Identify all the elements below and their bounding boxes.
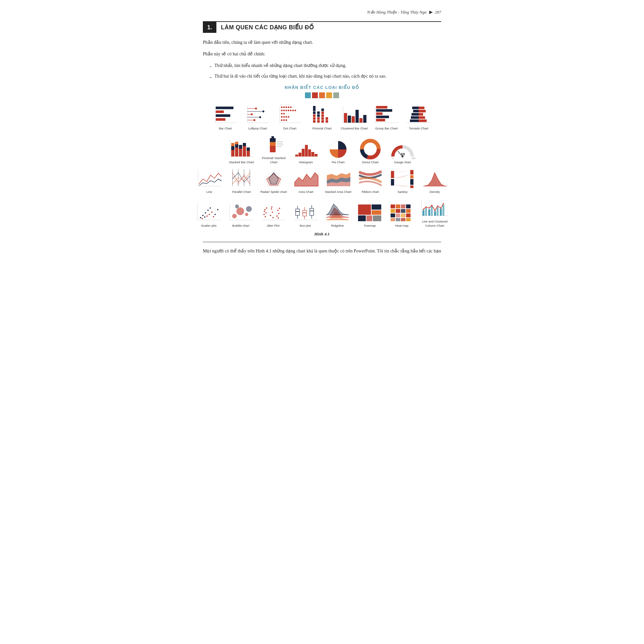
svg-rect-221 <box>391 218 395 221</box>
chart-visual-parallel <box>227 167 256 189</box>
svg-rect-75 <box>412 107 419 109</box>
svg-rect-144 <box>391 171 394 178</box>
svg-rect-112 <box>305 145 308 156</box>
svg-rect-228 <box>425 208 427 216</box>
chart-label-sankey: Sankey <box>397 190 408 194</box>
svg-rect-49 <box>317 114 320 117</box>
svg-rect-224 <box>406 218 411 221</box>
svg-rect-192 <box>296 209 299 215</box>
svg-point-175 <box>265 212 267 213</box>
svg-rect-41 <box>313 120 316 123</box>
svg-point-30 <box>283 109 285 111</box>
svg-rect-77 <box>413 110 419 112</box>
svg-rect-223 <box>401 218 405 221</box>
svg-rect-101 <box>270 142 276 146</box>
chart-visual-donut <box>356 137 384 159</box>
svg-rect-2 <box>216 114 230 117</box>
section-title: LÀM QUEN CÁC DẠNG BIỂU ĐỒ <box>216 22 318 33</box>
svg-rect-3 <box>216 110 224 113</box>
svg-rect-103 <box>271 136 274 139</box>
chart-item-line: Line <box>194 167 225 194</box>
chart-visual-lollipop <box>243 103 272 125</box>
chart-item-pictorial-stacked: Pictorial/ Stacked Chart <box>258 133 289 164</box>
svg-rect-105 <box>277 143 283 144</box>
chart-label-donut: Donut Chart <box>362 160 378 164</box>
chart-item-ridgeline: Ridgeline <box>322 201 353 228</box>
svg-point-164 <box>209 214 210 215</box>
svg-rect-110 <box>298 153 301 156</box>
svg-point-26 <box>288 116 289 118</box>
svg-rect-97 <box>247 151 250 156</box>
svg-point-162 <box>217 209 218 210</box>
svg-rect-206 <box>358 215 366 221</box>
svg-rect-220 <box>406 213 411 217</box>
svg-rect-50 <box>317 111 320 114</box>
bullet-item-1: – Thứ nhất, tìm hiểu nhanh về những dạng… <box>209 62 441 71</box>
svg-rect-148 <box>410 179 413 185</box>
svg-point-156 <box>207 210 209 211</box>
charts-row-3: Line Parallel Chart <box>200 167 444 194</box>
svg-rect-222 <box>396 218 400 221</box>
svg-rect-98 <box>247 147 250 151</box>
svg-point-32 <box>288 109 289 111</box>
svg-text:100: 100 <box>412 157 415 159</box>
chart-item-bubble: Bubble chart <box>225 201 256 228</box>
chart-item-tornado: Tornado Chart <box>403 103 434 130</box>
svg-point-163 <box>213 216 214 217</box>
svg-point-120 <box>366 145 375 154</box>
chart-item-group-bar: Group Bar Chart <box>371 103 402 130</box>
charts-row-4: Scatter plot Bubble chart <box>200 196 444 228</box>
chart-label-bubble: Bubble chart <box>232 224 249 228</box>
svg-rect-48 <box>317 117 320 120</box>
svg-rect-196 <box>303 210 307 216</box>
swatch-yellow <box>326 92 332 98</box>
svg-point-242 <box>443 203 444 204</box>
svg-point-165 <box>204 216 205 218</box>
header-page: 287 <box>435 10 441 15</box>
chart-label-pictorial-stacked: Pictorial/ Stacked Chart <box>258 156 289 164</box>
chart-section-title: NHẬN BIẾT CÁC LOẠI BIỂU ĐỒ <box>200 85 444 90</box>
figure-caption: Hình 4.1 <box>196 232 448 237</box>
charts-row-1: Bar Chart <box>200 103 444 130</box>
chart-visual-line <box>195 167 223 189</box>
svg-rect-106 <box>277 145 283 145</box>
svg-point-185 <box>277 210 279 211</box>
svg-rect-100 <box>270 146 276 150</box>
chart-visual-bar <box>211 103 240 125</box>
svg-rect-61 <box>348 116 351 123</box>
chart-label-tornado: Tornado Chart <box>409 127 428 130</box>
chart-item-bar: Bar Chart <box>210 103 241 130</box>
chart-item-lollipop: Lollipop Chart <box>242 103 273 130</box>
svg-rect-107 <box>277 146 282 147</box>
svg-point-9 <box>253 119 255 121</box>
svg-point-15 <box>262 110 264 112</box>
svg-rect-104 <box>277 141 283 142</box>
svg-rect-64 <box>359 118 363 123</box>
svg-point-186 <box>278 213 279 214</box>
svg-rect-84 <box>419 119 427 122</box>
svg-point-17 <box>255 108 257 109</box>
chart-label-lollipop: Lollipop Chart <box>248 127 267 130</box>
divider <box>203 242 441 242</box>
chart-label-area: Area Chart <box>298 190 313 194</box>
svg-rect-82 <box>419 116 425 119</box>
section-number: 1. <box>203 22 216 33</box>
svg-rect-46 <box>313 106 316 109</box>
chart-item-scatter: Scatter plot <box>193 201 224 228</box>
svg-point-180 <box>271 208 272 210</box>
svg-rect-4 <box>216 107 233 109</box>
chart-label-ridgeline: Ridgeline <box>331 224 344 228</box>
svg-rect-219 <box>401 213 405 217</box>
svg-point-182 <box>270 215 271 216</box>
svg-point-13 <box>251 113 253 115</box>
chart-visual-density <box>421 167 449 189</box>
chart-visual-boxplot <box>291 201 319 223</box>
chart-label-heatmap: Heat map <box>395 224 408 228</box>
svg-rect-45 <box>313 109 316 111</box>
svg-rect-72 <box>376 106 387 109</box>
chart-label-radar: Radar/ Spider chart <box>260 190 287 194</box>
chart-item-ribbon: Ribbon chart <box>355 167 386 194</box>
svg-rect-65 <box>363 115 366 123</box>
chart-item-radar: Radar/ Spider chart <box>258 167 289 194</box>
svg-rect-70 <box>376 112 383 115</box>
